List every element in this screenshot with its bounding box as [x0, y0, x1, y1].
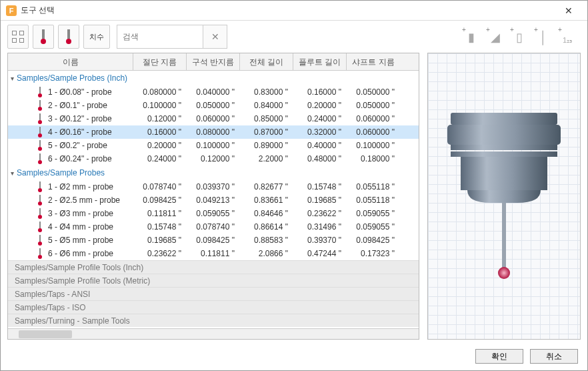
cell-name: 6 - Ø0.24" - probe [8, 153, 133, 164]
table-row[interactable]: 2 - Ø0.1" - probe0.100000 "0.050000 "0.8… [8, 99, 419, 112]
probe-icon [37, 140, 43, 151]
group-row[interactable]: ▾Samples/Sample Probes (Inch) [8, 71, 419, 85]
probe-icon [37, 208, 43, 219]
cell-flute: 0.16000 " [293, 87, 347, 97]
cell-shaft: 0.17323 " [347, 249, 400, 258]
collapsed-group-row[interactable]: Samples/Taps - ISO [8, 300, 419, 314]
svg-rect-3 [451, 151, 557, 157]
group-name: Samples/Sample Probes (Inch) [17, 73, 127, 83]
cell-shaft: 0.098425 " [347, 236, 400, 245]
probe-filter-1-button[interactable] [33, 25, 54, 49]
col-corner-r[interactable]: 구석 반지름 [187, 53, 240, 70]
window-title: 도구 선택 [21, 5, 555, 16]
collapsed-group-row[interactable]: Samples/Turning - Sample Tools [8, 314, 419, 327]
col-shaft-dia[interactable]: 샤프트 지름 [347, 53, 400, 70]
cell-corner: 0.12000 " [187, 154, 240, 163]
cell-name: 5 - Ø5 mm - probe [8, 235, 133, 246]
cell-total: 0.85000 " [240, 114, 293, 123]
tool-grid: 이름 절단 지름 구석 반지름 전체 길이 플루트 길이 샤프트 지름 ▾Sam… [7, 53, 419, 340]
probe-icon [37, 181, 43, 192]
cell-total: 0.84000 " [240, 101, 293, 110]
cell-flute: 0.40000 " [293, 141, 347, 150]
cell-flute: 0.23622 " [293, 209, 347, 218]
cell-cut: 0.080000 " [133, 87, 187, 97]
group-row[interactable]: ▾Samples/Sample Probes [8, 165, 419, 180]
ok-button[interactable]: 확인 [475, 349, 523, 364]
col-flute-len[interactable]: 플루트 길이 [293, 53, 347, 70]
cell-total: 0.84646 " [240, 209, 293, 218]
chevron-down-icon: ▾ [11, 169, 14, 177]
cell-corner: 0.040000 " [187, 87, 240, 97]
cell-shaft: 0.050000 " [347, 87, 400, 97]
table-row[interactable]: 5 - Ø0.2" - probe0.20000 "0.100000 "0.89… [8, 139, 419, 152]
table-row[interactable]: 6 - Ø0.24" - probe0.24000 "0.12000 "2.20… [8, 152, 419, 165]
cell-name: 4 - Ø4 mm - probe [8, 222, 133, 232]
search-box: ✕ [117, 25, 227, 49]
app-icon: F [6, 5, 17, 16]
add-flat-endmill-icon[interactable]: ▮ [465, 29, 478, 45]
scrollbar-thumb[interactable] [19, 330, 72, 338]
svg-rect-2 [451, 145, 557, 150]
table-row[interactable]: 4 - Ø0.16" - probe0.16000 "0.080000 "0.8… [8, 125, 419, 139]
cell-name: 2 - Ø0.1" - probe [8, 100, 133, 111]
titlebar: F 도구 선택 ✕ [1, 1, 587, 21]
table-row[interactable]: 3 - Ø0.12" - probe0.12000 "0.060000 "0.8… [8, 112, 419, 125]
cell-shaft: 0.050000 " [347, 101, 400, 110]
cell-flute: 0.39370 " [293, 236, 347, 245]
cell-corner: 0.080000 " [187, 127, 240, 137]
cell-flute: 0.19685 " [293, 196, 347, 205]
collapsed-group-row[interactable]: Samples/Sample Profile Tools (Inch) [8, 260, 419, 274]
horizontal-scrollbar[interactable] [8, 328, 419, 339]
col-total-len[interactable]: 전체 길이 [240, 53, 293, 70]
cell-shaft: 0.059055 " [347, 209, 400, 218]
cell-shaft: 0.060000 " [347, 127, 400, 137]
clear-search-button[interactable]: ✕ [203, 25, 227, 49]
table-row[interactable]: 6 - Ø6 mm - probe0.23622 "0.11811 "2.086… [8, 247, 419, 260]
renumber-icon[interactable]: 1₂₃ [561, 29, 574, 45]
cell-name: 2 - Ø2.5 mm - probe [8, 195, 133, 206]
table-row[interactable]: 4 - Ø4 mm - probe0.15748 "0.078740 "0.86… [8, 220, 419, 234]
cell-name: 1 - Ø0.08" - probe [8, 87, 133, 97]
cell-corner: 0.098425 " [187, 236, 240, 245]
table-row[interactable]: 3 - Ø3 mm - probe0.11811 "0.059055 "0.84… [8, 207, 419, 220]
table-row[interactable]: 1 - Ø2 mm - probe0.078740 "0.039370 "0.8… [8, 180, 419, 194]
grid-body[interactable]: ▾Samples/Sample Probes (Inch)1 - Ø0.08" … [8, 71, 419, 328]
table-row[interactable]: 1 - Ø0.08" - probe0.080000 "0.040000 "0.… [8, 85, 419, 99]
grid-icon [12, 31, 24, 43]
cell-flute: 0.32000 " [293, 127, 347, 137]
toolbar: 치수 ✕ ▮ ◢ ▯ │ 1₂₃ [1, 21, 587, 53]
collapsed-group-row[interactable]: Samples/Sample Profile Tools (Metric) [8, 274, 419, 287]
add-holder-icon[interactable]: ▯ [513, 29, 526, 45]
cell-name: 6 - Ø6 mm - probe [8, 248, 133, 259]
dialog-buttons: 확인 취소 [475, 349, 578, 364]
cell-total: 0.88583 " [240, 236, 293, 245]
dimensions-button[interactable]: 치수 [83, 25, 110, 49]
cell-corner: 0.049213 " [187, 196, 240, 205]
cell-total: 0.83000 " [240, 87, 293, 97]
cell-corner: 0.11811 " [187, 249, 240, 258]
cancel-button[interactable]: 취소 [530, 349, 578, 364]
close-button[interactable]: ✕ [555, 5, 582, 16]
probe-icon [37, 87, 43, 97]
cell-cut: 0.078740 " [133, 182, 187, 192]
table-row[interactable]: 5 - Ø5 mm - probe0.19685 "0.098425 "0.88… [8, 234, 419, 247]
cell-name: 1 - Ø2 mm - probe [8, 181, 133, 192]
probe-filter-2-button[interactable] [58, 25, 79, 49]
probe-icon [39, 29, 47, 44]
table-row[interactable]: 2 - Ø2.5 mm - probe0.098425 "0.049213 "0… [8, 194, 419, 207]
layout-grid-button[interactable] [7, 25, 29, 49]
probe-icon [37, 127, 43, 137]
add-probe-icon[interactable]: │ [537, 29, 550, 45]
cell-flute: 0.47244 " [293, 249, 347, 258]
cell-flute: 0.15748 " [293, 182, 347, 192]
preview-pane [427, 53, 581, 340]
add-drill-icon[interactable]: ◢ [489, 29, 502, 45]
cell-cut: 0.16000 " [133, 127, 187, 137]
probe-icon [37, 222, 43, 232]
cell-cut: 0.100000 " [133, 101, 187, 110]
cell-cut: 0.19685 " [133, 236, 187, 245]
col-name[interactable]: 이름 [8, 53, 133, 70]
col-cut-dia[interactable]: 절단 지름 [133, 53, 187, 70]
collapsed-group-row[interactable]: Samples/Taps - ANSI [8, 287, 419, 300]
search-input[interactable] [117, 25, 203, 49]
